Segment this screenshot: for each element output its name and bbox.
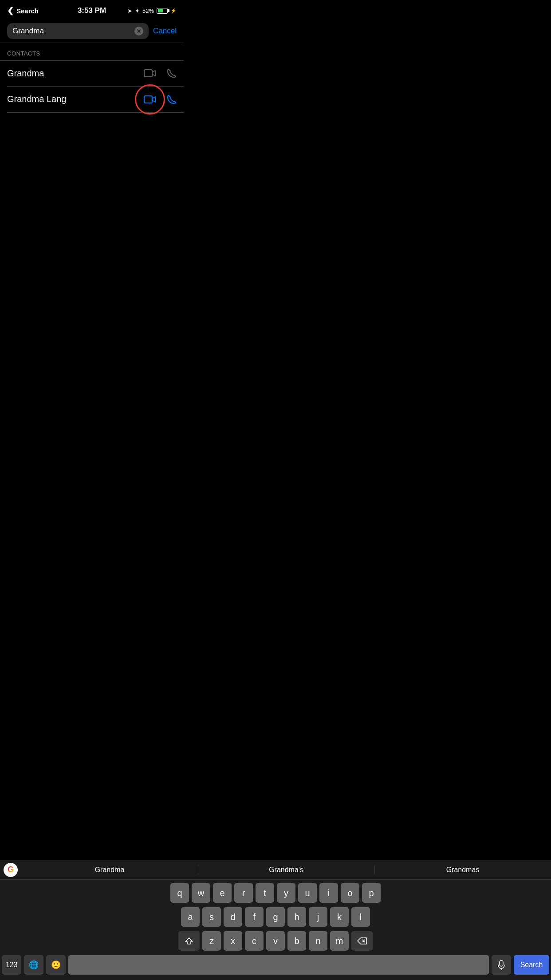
bluetooth-icon: ✦: [135, 8, 140, 14]
svg-rect-1: [144, 96, 152, 103]
back-label[interactable]: Search: [16, 7, 39, 15]
search-input[interactable]: Grandma: [12, 27, 134, 36]
contact-row: Grandma Lang: [0, 87, 184, 112]
phone-icon: [167, 68, 177, 78]
location-icon: ➤: [127, 8, 132, 14]
cancel-button[interactable]: Cancel: [153, 27, 177, 36]
contacts-header: CONTACTS: [0, 43, 184, 60]
phone-icon: [167, 95, 177, 104]
contact-actions: [144, 68, 177, 78]
video-call-button[interactable]: [144, 69, 156, 78]
contacts-section: CONTACTS Grandma Grandma Lang: [0, 43, 184, 113]
video-camera-icon: [144, 69, 156, 78]
svg-rect-0: [144, 70, 152, 77]
video-camera-icon: [144, 95, 156, 104]
contact-name[interactable]: Grandma: [7, 68, 144, 79]
phone-call-button[interactable]: [167, 95, 177, 104]
status-time: 3:53 PM: [78, 6, 106, 15]
contact-row: Grandma: [0, 60, 184, 86]
video-call-button[interactable]: [144, 95, 156, 104]
back-arrow-icon[interactable]: ❮: [7, 6, 14, 16]
search-bar-container: Grandma Cancel: [0, 20, 184, 43]
contact-name[interactable]: Grandma Lang: [7, 94, 144, 104]
charging-icon: ⚡: [170, 8, 177, 14]
status-bar: ❮ Search 3:53 PM ➤ ✦ 52% ⚡: [0, 0, 184, 20]
clear-button[interactable]: [134, 27, 143, 36]
search-input-wrapper[interactable]: Grandma: [7, 23, 149, 39]
battery-percent: 52%: [142, 8, 154, 14]
status-left: ❮ Search: [7, 6, 39, 16]
contact-actions: [144, 95, 177, 104]
row-divider: [7, 112, 184, 113]
phone-call-button[interactable]: [167, 68, 177, 78]
battery-indicator: [157, 8, 168, 14]
status-right: ➤ ✦ 52% ⚡: [127, 8, 177, 14]
